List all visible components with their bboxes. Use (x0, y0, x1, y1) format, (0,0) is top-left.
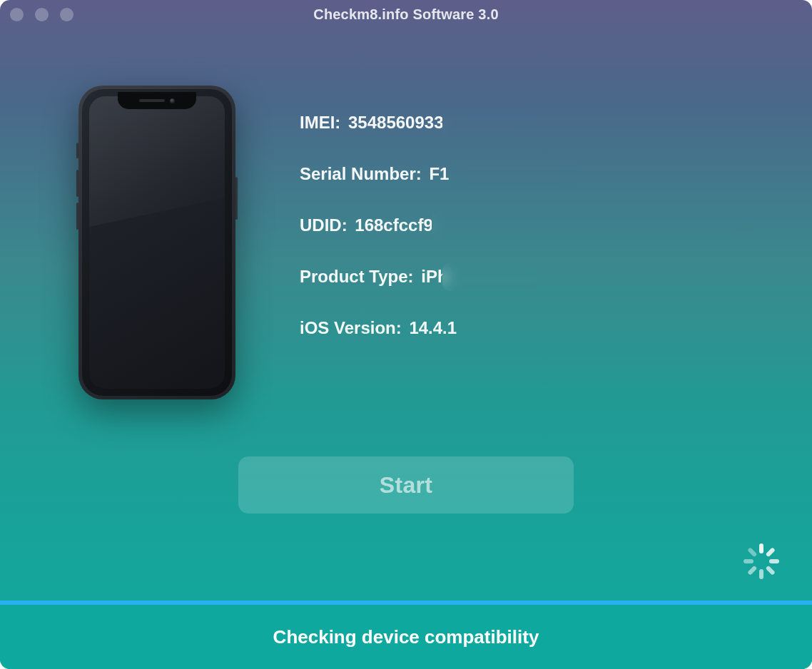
udid-value: 168cfccf9 (355, 215, 432, 235)
product-type-value: iPh (421, 267, 447, 286)
start-button-label: Start (380, 472, 432, 498)
ios-version-value: 14.4.1 (409, 318, 457, 337)
imei-row: IMEI: 3548560933 (300, 113, 769, 133)
minimize-button[interactable] (35, 8, 49, 21)
imei-redaction (442, 108, 535, 137)
device-info-list: IMEI: 3548560933 Serial Number: F1 UDID:… (300, 86, 769, 338)
maximize-button[interactable] (60, 8, 73, 21)
phone-frame-icon (78, 86, 235, 399)
imei-value: 3548560933 (348, 113, 443, 132)
serial-row: Serial Number: F1 (300, 164, 769, 184)
ios-version-row: iOS Version: 14.4.1 (300, 318, 769, 338)
content-area: IMEI: 3548560933 Serial Number: F1 UDID:… (0, 29, 812, 399)
window-title: Checkm8.info Software 3.0 (313, 6, 499, 23)
product-type-row: Product Type: iPh (300, 267, 769, 287)
udid-row: UDID: 168cfccf9 (300, 215, 769, 235)
loading-spinner-icon (744, 543, 779, 579)
app-window: Checkm8.info Software 3.0 (0, 0, 812, 669)
start-button[interactable]: Start (238, 456, 574, 514)
status-bar: Checking device compatibility (0, 605, 812, 669)
device-illustration (78, 86, 235, 399)
window-controls (10, 8, 73, 21)
serial-redaction (450, 160, 578, 188)
product-type-label: Product Type: (300, 267, 414, 286)
udid-label: UDID: (300, 215, 347, 235)
serial-value: F1 (429, 164, 449, 183)
product-redaction (442, 262, 535, 291)
ios-version-label: iOS Version: (300, 318, 402, 337)
titlebar: Checkm8.info Software 3.0 (0, 0, 812, 29)
imei-label: IMEI: (300, 113, 340, 132)
close-button[interactable] (10, 8, 24, 21)
status-message: Checking device compatibility (273, 626, 539, 648)
udid-redaction (432, 211, 753, 240)
serial-label: Serial Number: (300, 164, 422, 183)
